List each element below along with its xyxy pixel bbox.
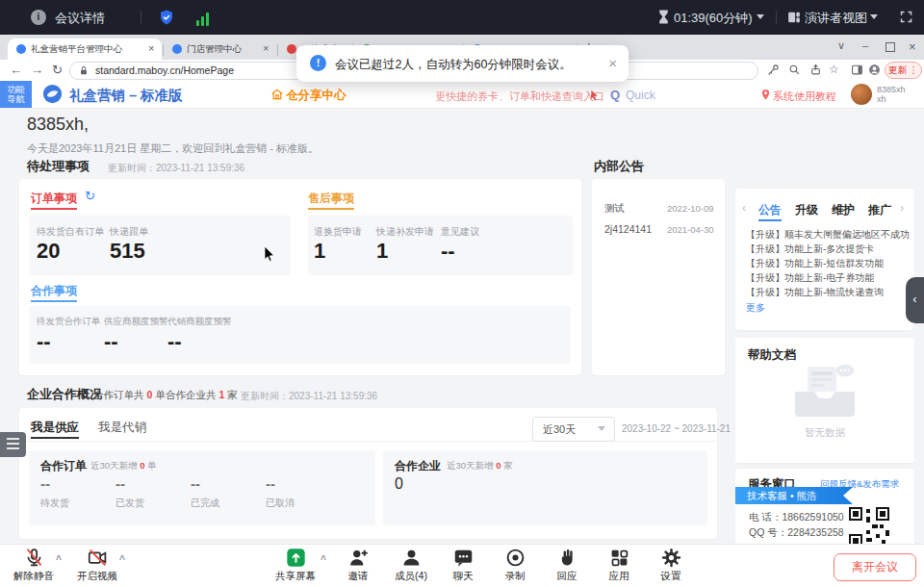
invite-person-icon: [348, 548, 369, 568]
browser-update-button[interactable]: 更新 ⋮: [885, 62, 922, 79]
share-center-link[interactable]: 仓分享中心: [286, 88, 346, 104]
members-icon: [401, 548, 422, 568]
view-mode-button[interactable]: 演讲者视图: [805, 10, 867, 27]
user-name: 8385xh xh: [877, 85, 906, 104]
meeting-info-icon[interactable]: i: [31, 10, 46, 25]
quick-search-label[interactable]: Quick: [626, 89, 655, 102]
bookmark-star-icon[interactable]: ☆: [829, 63, 839, 76]
announcements-title: 内部公告: [594, 158, 644, 175]
network-signal-icon[interactable]: [196, 9, 212, 26]
stat-value[interactable]: 1: [376, 239, 388, 264]
security-shield-icon[interactable]: [158, 9, 175, 26]
share-icon[interactable]: [809, 64, 822, 76]
overview-title: 企业合作概况: [27, 386, 102, 403]
news-tab-upgrade[interactable]: 升级: [795, 202, 818, 218]
coop-group-title[interactable]: 合作事项: [31, 283, 77, 299]
coop-orders-increment: 近30天新增 0 单: [90, 460, 157, 472]
stat-value[interactable]: 20: [37, 239, 60, 264]
tab-i-am-distributor[interactable]: 我是代销: [98, 420, 146, 436]
unmute-button[interactable]: 解除静音: [3, 548, 64, 583]
share-screen-button[interactable]: 共享屏幕: [265, 548, 326, 583]
side-panel-icon[interactable]: [851, 64, 863, 76]
news-item[interactable]: 【升级】功能上新-多次提货卡: [746, 242, 874, 256]
browser-tab[interactable]: 门店管理中心 ×: [164, 38, 276, 60]
service-qq: QQ 号：2284235258: [749, 526, 844, 540]
stat-value[interactable]: 515: [110, 239, 145, 264]
tab-close-icon[interactable]: ×: [263, 42, 269, 54]
share-options-caret[interactable]: ^: [321, 554, 326, 565]
news-prev-icon[interactable]: ‹: [742, 201, 746, 215]
location-pin-icon: [760, 89, 771, 101]
stat-value[interactable]: --: [104, 329, 118, 354]
aftersale-group-title[interactable]: 售后事项: [308, 191, 354, 207]
stat-label: 快递补发申请: [376, 225, 434, 239]
tutorial-link[interactable]: 系统使用教程: [773, 89, 836, 104]
microphone-muted-icon: [24, 548, 44, 568]
stat-value[interactable]: --: [167, 329, 182, 354]
back-icon[interactable]: ←: [10, 63, 22, 77]
coop-orders-title: 合作订单: [40, 458, 87, 474]
news-next-icon[interactable]: ›: [900, 201, 904, 215]
key-icon[interactable]: [767, 64, 780, 76]
news-more-link[interactable]: 更多: [746, 301, 765, 315]
window-minimize-icon[interactable]: –: [862, 39, 868, 51]
news-item[interactable]: 【升级】功能上新-短信群发功能: [746, 257, 884, 270]
tab-favicon: [16, 44, 26, 54]
search-icon[interactable]: Q: [610, 88, 620, 102]
order-group-title[interactable]: 订单事项: [31, 191, 77, 207]
user-avatar[interactable]: [851, 84, 872, 105]
browser-tab[interactable]: 礼盒营销平台管理中心 ×: [8, 38, 162, 60]
reload-icon[interactable]: ↻: [52, 63, 63, 77]
stat-value[interactable]: --: [441, 239, 455, 264]
function-nav-button[interactable]: 功能 导航: [0, 81, 32, 108]
stat-label: 退换货申请: [314, 225, 362, 239]
divider: [141, 11, 141, 24]
fullscreen-icon[interactable]: [899, 10, 913, 24]
stat-value[interactable]: 1: [314, 239, 325, 264]
toast-close-icon[interactable]: ×: [608, 55, 617, 71]
window-menu-icon[interactable]: ∨: [837, 39, 845, 52]
refresh-icon[interactable]: ↻: [85, 189, 95, 203]
news-item[interactable]: 【升级】顺丰发大闸蟹偏远地区不成功问...: [746, 228, 910, 242]
quick-menu-widget[interactable]: [0, 432, 26, 457]
side-drawer-handle[interactable]: ‹: [906, 277, 924, 323]
view-caret-icon[interactable]: [870, 14, 878, 19]
start-video-button[interactable]: 开启视频: [66, 548, 128, 583]
stat-label: 已取消: [266, 497, 295, 510]
chevron-down-icon: [598, 426, 605, 431]
news-item[interactable]: 【升级】功能上新-电子券功能: [746, 271, 874, 285]
meeting-top-bar: i 会议详情 01:39(60分钟) 演讲者视图: [0, 0, 924, 35]
pending-section-title: 待处理事项: [27, 158, 90, 175]
stat-value[interactable]: --: [37, 329, 51, 354]
news-item[interactable]: 【升级】功能上新-物流快递查询: [746, 286, 884, 299]
zoom-icon[interactable]: [788, 64, 801, 76]
window-close-icon[interactable]: ×: [909, 39, 916, 54]
news-tab-promo[interactable]: 推广: [868, 202, 891, 218]
leave-meeting-button[interactable]: 离开会议: [834, 553, 916, 581]
meeting-toast: ! 会议已超过2人，自动转为60分钟限时会议。 ×: [296, 45, 629, 82]
video-options-caret[interactable]: ^: [119, 554, 125, 565]
announcement-item[interactable]: 2j4124141: [604, 223, 652, 235]
mic-options-caret[interactable]: ^: [56, 554, 62, 565]
tab-close-icon[interactable]: ×: [148, 42, 154, 54]
settings-button[interactable]: 设置: [640, 548, 702, 583]
app-header: 功能 导航 礼盒营销 – 标准版 仓分享中心 更快捷的券卡、订单和快递查询入口 …: [0, 81, 924, 109]
pointer-hand-icon: [590, 89, 602, 101]
help-card: 帮助文档 暂无数据: [735, 338, 914, 463]
date-range-select[interactable]: 近30天: [532, 417, 615, 442]
order-underline: [31, 208, 77, 210]
news-tab-maintain[interactable]: 维护: [832, 202, 855, 218]
forward-icon[interactable]: →: [31, 63, 43, 77]
window-maximize-icon[interactable]: [886, 42, 895, 52]
timer-caret-icon[interactable]: [757, 14, 764, 19]
profile-avatar-icon[interactable]: [868, 64, 881, 76]
announcement-item[interactable]: 测试: [604, 202, 625, 216]
tab-i-am-supplier[interactable]: 我是供应: [31, 420, 79, 436]
stat-label: 已发货: [116, 497, 144, 510]
meeting-timer: 01:39(60分钟): [674, 10, 753, 27]
meeting-details-button[interactable]: 会议详情: [55, 10, 105, 27]
news-tab-announce[interactable]: 公告: [758, 202, 782, 218]
coop-companies-increment: 近30天新增 0 家: [447, 460, 513, 472]
coop-underline: [31, 300, 77, 302]
overview-tab-underline: [31, 437, 79, 439]
